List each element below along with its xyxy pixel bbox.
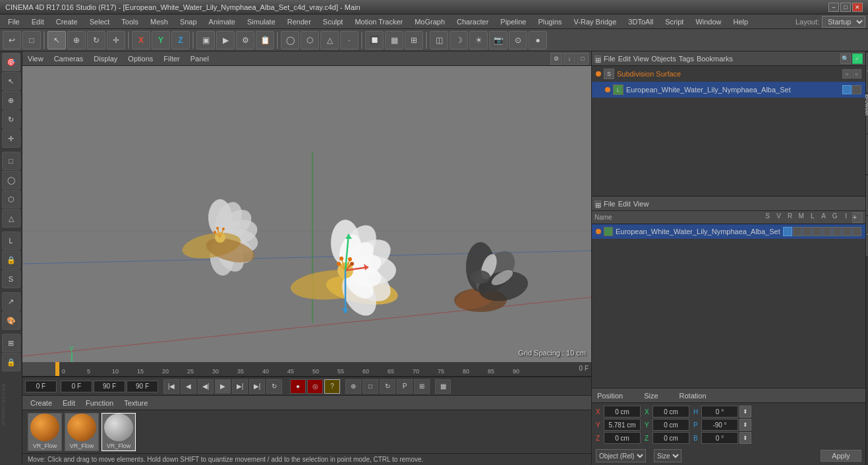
attr-ctrl-2[interactable] bbox=[793, 227, 802, 236]
point-button[interactable]: · bbox=[340, 31, 359, 49]
menu-snap[interactable]: Snap bbox=[175, 16, 202, 27]
timeline-mode-6[interactable]: ▦ bbox=[435, 379, 451, 394]
left-tool-10[interactable]: L bbox=[2, 232, 20, 250]
objects-objects-btn[interactable]: Objects bbox=[651, 55, 676, 63]
undo-button[interactable]: ↩ bbox=[3, 31, 21, 49]
options-menu[interactable]: Options bbox=[125, 54, 156, 63]
render-region-button[interactable]: ▣ bbox=[196, 31, 215, 49]
attr-ctrl-7[interactable] bbox=[842, 227, 852, 236]
subdiv-ctrl-1[interactable]: ○ bbox=[842, 69, 852, 78]
light-button[interactable]: ☀ bbox=[469, 31, 488, 49]
z-axis-button[interactable]: Z bbox=[171, 31, 190, 49]
pos-z-input[interactable]: 0 cm bbox=[604, 432, 641, 444]
mat-texture-btn[interactable]: Texture bbox=[121, 398, 150, 408]
left-tool-14[interactable]: 🎨 bbox=[2, 311, 20, 330]
move-tool-button[interactable]: ↖ bbox=[47, 31, 66, 49]
close-button[interactable]: ✕ bbox=[852, 3, 863, 12]
prev-frame-button[interactable]: ◀ bbox=[181, 379, 196, 394]
sky-button[interactable]: ☽ bbox=[449, 31, 468, 49]
pos-x-input[interactable]: 0 cm bbox=[604, 406, 641, 418]
timeline-mode-1[interactable]: ⊕ bbox=[345, 379, 361, 394]
menu-animate[interactable]: Animate bbox=[204, 16, 241, 27]
coord-mode-select[interactable]: Object (Rel) bbox=[596, 449, 646, 462]
display-menu[interactable]: Display bbox=[91, 54, 120, 63]
left-tool-15[interactable]: ⊞ bbox=[2, 334, 20, 352]
material-swatch-1[interactable]: VR_Flow bbox=[28, 413, 62, 451]
subdiv-ctrl-2[interactable]: ○ bbox=[852, 69, 861, 78]
render-settings-button[interactable]: ⚙ bbox=[236, 31, 254, 49]
lily-ctrl-2[interactable] bbox=[852, 85, 861, 94]
play-backward-button[interactable]: ◀| bbox=[198, 379, 214, 394]
size-x-input[interactable]: 0 cm bbox=[652, 406, 689, 418]
attrs-file-btn[interactable]: File bbox=[604, 200, 616, 208]
menu-window[interactable]: Window bbox=[690, 16, 726, 27]
target-button[interactable]: ⊙ bbox=[509, 31, 527, 49]
workplane-button[interactable]: ▦ bbox=[385, 31, 403, 49]
rot-p-input[interactable]: -90 ° bbox=[701, 419, 738, 431]
objects-item-subdiv[interactable]: S Subdivision Surface ○ ○ bbox=[592, 66, 865, 82]
grid-button[interactable]: ⊞ bbox=[405, 31, 423, 49]
left-tool-5[interactable]: ✛ bbox=[2, 129, 20, 148]
objects-search-icon[interactable]: 🔍 bbox=[840, 53, 851, 64]
left-tool-6[interactable]: □ bbox=[2, 152, 20, 170]
new-button[interactable]: □ bbox=[22, 31, 41, 49]
size-mode-select[interactable]: Size bbox=[654, 449, 681, 462]
record-keyframe-button[interactable]: ◎ bbox=[307, 379, 323, 394]
camera-button[interactable]: 📷 bbox=[489, 31, 507, 49]
layout-select[interactable]: Startup bbox=[822, 16, 865, 28]
rot-b-spinner[interactable]: ⬍ bbox=[739, 432, 751, 444]
maximize-button[interactable]: □ bbox=[840, 3, 851, 12]
objects-view-btn[interactable]: View bbox=[633, 55, 649, 63]
left-tool-16[interactable]: 🔒 bbox=[2, 353, 20, 371]
menu-3dtoall[interactable]: 3DToAll bbox=[623, 16, 658, 27]
attr-ctrl-1[interactable] bbox=[783, 227, 792, 236]
menu-motion-tracker[interactable]: Motion Tracker bbox=[349, 16, 408, 27]
objects-edit-btn[interactable]: Edit bbox=[618, 55, 631, 63]
scale-button[interactable]: ✛ bbox=[107, 31, 125, 49]
timeline-mode-4[interactable]: P bbox=[397, 379, 413, 394]
attr-ctrl-3[interactable] bbox=[803, 227, 812, 236]
move-button[interactable]: ⊕ bbox=[67, 31, 86, 49]
left-tool-2[interactable]: ↖ bbox=[2, 72, 20, 90]
rot-h-input[interactable]: 0 ° bbox=[701, 406, 738, 418]
preview-end-input[interactable]: 90 F bbox=[127, 381, 158, 392]
menu-sculpt[interactable]: Sculpt bbox=[318, 16, 349, 27]
object-button[interactable]: ◯ bbox=[281, 31, 299, 49]
left-tool-8[interactable]: ⬡ bbox=[2, 190, 20, 208]
edge-button[interactable]: △ bbox=[320, 31, 339, 49]
play-forward-button[interactable]: ▶ bbox=[215, 379, 231, 394]
timeline-mode-5[interactable]: ⊞ bbox=[414, 379, 430, 394]
attrs-edit-btn[interactable]: Edit bbox=[618, 200, 631, 208]
timeline-mode-3[interactable]: ↻ bbox=[380, 379, 395, 394]
left-tool-9[interactable]: △ bbox=[2, 209, 20, 228]
attr-ctrl-6[interactable] bbox=[832, 227, 842, 236]
rot-b-input[interactable]: 0 ° bbox=[701, 432, 738, 444]
menu-edit[interactable]: Edit bbox=[26, 16, 49, 27]
size-z-input[interactable]: 0 cm bbox=[652, 432, 689, 444]
timeline-mode-2[interactable]: □ bbox=[362, 379, 378, 394]
menu-file[interactable]: File bbox=[3, 16, 25, 27]
attrs-view-btn[interactable]: View bbox=[633, 200, 649, 208]
menu-pipeline[interactable]: Pipeline bbox=[495, 16, 531, 27]
menu-tools[interactable]: Tools bbox=[116, 16, 144, 27]
current-frame-input[interactable]: 0 F bbox=[25, 381, 57, 392]
cameras-menu[interactable]: Cameras bbox=[51, 54, 86, 63]
rot-h-spinner[interactable]: ⬍ bbox=[739, 406, 751, 418]
record-button[interactable]: ● bbox=[290, 379, 306, 394]
attr-ctrl-5[interactable] bbox=[823, 227, 832, 236]
next-frame-button[interactable]: ▶| bbox=[232, 379, 248, 394]
render-queue-button[interactable]: 📋 bbox=[256, 31, 274, 49]
floor-button[interactable]: ◫ bbox=[430, 31, 448, 49]
y-axis-button[interactable]: Y bbox=[152, 31, 170, 49]
rotate-button[interactable]: ↻ bbox=[87, 31, 105, 49]
left-tool-11[interactable]: 🔒 bbox=[2, 251, 20, 269]
go-to-start-button[interactable]: |◀ bbox=[163, 379, 179, 394]
loop-button[interactable]: ↻ bbox=[266, 379, 282, 394]
left-tool-12[interactable]: S bbox=[2, 270, 20, 288]
pos-y-input[interactable]: 5.781 cm bbox=[604, 419, 641, 431]
render-active-view-button[interactable]: ▶ bbox=[216, 31, 235, 49]
snap-button[interactable]: 🔲 bbox=[365, 31, 384, 49]
attr-ctrl-8[interactable] bbox=[852, 227, 861, 236]
x-axis-button[interactable]: X bbox=[132, 31, 150, 49]
attr-ctrl-4[interactable] bbox=[813, 227, 822, 236]
